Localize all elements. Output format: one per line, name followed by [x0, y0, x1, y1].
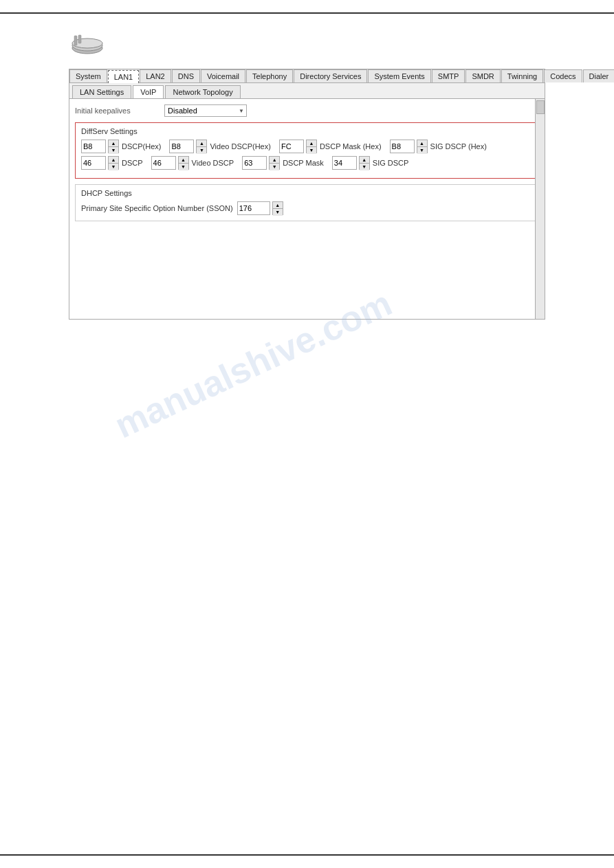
tab-codecs[interactable]: Codecs: [544, 69, 582, 82]
tab-system[interactable]: System: [69, 69, 107, 82]
tab-directory-services[interactable]: Directory Services: [294, 69, 367, 82]
scrollbar[interactable]: [535, 99, 545, 319]
device-image-area: [69, 34, 614, 55]
panel-content: Initial keepalives Disabled Enabled Diff…: [69, 99, 545, 319]
sub-tab-bar: LAN Settings VoIP Network Topology: [69, 83, 545, 99]
video-dscp-hex-btns: ▲ ▼: [196, 140, 207, 153]
tab-dialer[interactable]: Dialer: [583, 69, 615, 82]
sig-dscp-hex-down[interactable]: ▼: [417, 147, 427, 154]
dscp-mask-hex-down[interactable]: ▼: [307, 147, 316, 154]
video-dscp-up[interactable]: ▲: [179, 157, 188, 164]
sson-up[interactable]: ▲: [273, 202, 283, 209]
dscp-down[interactable]: ▼: [109, 164, 118, 170]
sig-dscp-hex-spinner: ▲ ▼: [390, 140, 428, 153]
sig-dscp-hex-up[interactable]: ▲: [417, 140, 427, 147]
sig-dscp-spinner: ▲ ▼: [332, 156, 370, 170]
keepalives-label: Initial keepalives: [75, 107, 164, 115]
dscp-mask-label: DSCP Mask: [283, 159, 324, 167]
sig-dscp-label: SIG DSCP: [373, 159, 409, 167]
dhcp-sson-label: Primary Site Specific Option Number (SSO…: [81, 204, 233, 212]
sson-spinner: ▲ ▼: [237, 201, 283, 215]
sub-tab-voip[interactable]: VoIP: [133, 85, 164, 98]
sub-tab-network-topology[interactable]: Network Topology: [165, 85, 240, 98]
dhcp-box: DHCP Settings Primary Site Specific Opti…: [75, 184, 539, 221]
sson-input[interactable]: [237, 201, 270, 215]
dscp-hex-down[interactable]: ▼: [109, 147, 118, 154]
dscp-mask-hex-btns: ▲ ▼: [306, 140, 317, 153]
svg-rect-4: [78, 35, 81, 43]
keepalives-select-wrapper: Disabled Enabled: [164, 104, 247, 117]
bottom-rule: [0, 854, 614, 856]
dscp-label: DSCP: [122, 159, 143, 167]
dscp-hex-label: DSCP(Hex): [122, 142, 161, 151]
dscp-mask-hex-up[interactable]: ▲: [307, 140, 316, 147]
diffserv-row-1: ▲ ▼ DSCP(Hex) ▲ ▼ Video DSCP(Hex): [81, 140, 533, 153]
dhcp-title: DHCP Settings: [81, 189, 533, 197]
tab-smtp[interactable]: SMTP: [432, 69, 465, 82]
scrollbar-thumb[interactable]: [536, 100, 545, 114]
dscp-spinner: ▲ ▼: [81, 156, 119, 170]
video-dscp-hex-label: Video DSCP(Hex): [210, 142, 270, 151]
sson-down[interactable]: ▼: [273, 209, 283, 216]
sig-dscp-hex-btns: ▲ ▼: [417, 140, 428, 153]
dscp-hex-spinner: ▲ ▼: [81, 140, 119, 153]
tab-telephony[interactable]: Telephony: [246, 69, 293, 82]
router-icon: [69, 34, 107, 55]
dscp-mask-spinner: ▲ ▼: [242, 156, 280, 170]
dscp-hex-btns: ▲ ▼: [108, 140, 119, 153]
sig-dscp-hex-label: SIG DSCP (Hex): [430, 142, 487, 151]
sub-tab-lan-settings[interactable]: LAN Settings: [72, 85, 131, 98]
tab-lan1[interactable]: LAN1: [108, 70, 140, 83]
video-dscp-btns: ▲ ▼: [178, 156, 189, 170]
video-dscp-hex-up[interactable]: ▲: [197, 140, 206, 147]
diffserv-box: DiffServ Settings ▲ ▼ DSCP(Hex) ▲: [75, 122, 539, 179]
diffserv-row-2: ▲ ▼ DSCP ▲ ▼ Video DSCP: [81, 156, 533, 170]
video-dscp-down[interactable]: ▼: [179, 164, 188, 170]
tab-system-events[interactable]: System Events: [368, 69, 430, 82]
dscp-mask-hex-label: DSCP Mask (Hex): [320, 142, 382, 151]
dscp-input[interactable]: [81, 156, 106, 170]
video-dscp-input[interactable]: [151, 156, 176, 170]
dscp-mask-hex-input[interactable]: [279, 140, 304, 153]
dscp-mask-down[interactable]: ▼: [270, 164, 279, 170]
top-rule: [0, 12, 614, 14]
sig-dscp-btns: ▲ ▼: [359, 156, 370, 170]
tab-voicemail[interactable]: Voicemail: [201, 69, 245, 82]
dscp-btns: ▲ ▼: [108, 156, 119, 170]
dhcp-sson-row: Primary Site Specific Option Number (SSO…: [81, 201, 533, 215]
tab-dns[interactable]: DNS: [172, 69, 200, 82]
dscp-hex-up[interactable]: ▲: [109, 140, 118, 147]
dscp-up[interactable]: ▲: [109, 157, 118, 164]
tab-twinning[interactable]: Twinning: [501, 69, 543, 82]
dscp-mask-btns: ▲ ▼: [269, 156, 280, 170]
tab-lan2[interactable]: LAN2: [140, 69, 171, 82]
video-dscp-hex-spinner: ▲ ▼: [169, 140, 207, 153]
sig-dscp-hex-input[interactable]: [390, 140, 415, 153]
main-tab-bar: System LAN1 LAN2 DNS Voicemail Telephony…: [69, 69, 545, 83]
sig-dscp-down[interactable]: ▼: [360, 164, 369, 170]
sson-btns: ▲ ▼: [272, 201, 283, 215]
video-dscp-hex-input[interactable]: [169, 140, 194, 153]
dscp-mask-input[interactable]: [242, 156, 267, 170]
video-dscp-spinner: ▲ ▼: [151, 156, 189, 170]
tab-smdr[interactable]: SMDR: [465, 69, 500, 82]
diffserv-title: DiffServ Settings: [81, 127, 533, 135]
keepalives-row: Initial keepalives Disabled Enabled: [75, 104, 539, 117]
video-dscp-label: Video DSCP: [192, 159, 234, 167]
video-dscp-hex-down[interactable]: ▼: [197, 147, 206, 154]
svg-rect-3: [74, 36, 77, 45]
sig-dscp-input[interactable]: [332, 156, 357, 170]
dscp-hex-input[interactable]: [81, 140, 106, 153]
dscp-mask-up[interactable]: ▲: [270, 157, 279, 164]
keepalives-select[interactable]: Disabled Enabled: [164, 104, 247, 117]
dscp-mask-hex-spinner: ▲ ▼: [279, 140, 317, 153]
sig-dscp-up[interactable]: ▲: [360, 157, 369, 164]
main-panel: System LAN1 LAN2 DNS Voicemail Telephony…: [69, 69, 545, 320]
